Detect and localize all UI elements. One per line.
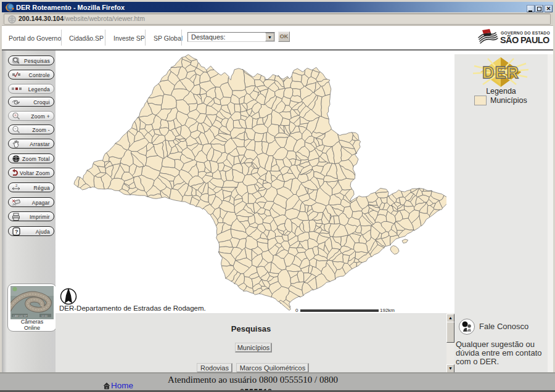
svg-text:?: ?	[15, 229, 18, 235]
svg-text:GOVERNO DO ESTADO: GOVERNO DO ESTADO	[501, 31, 550, 35]
svg-text:DER: DER	[482, 63, 519, 82]
svg-text:12:40: 12:40	[41, 314, 48, 317]
svg-text:CAM 042 SP: CAM 042 SP	[13, 314, 27, 317]
svg-text:SÃO PAULO: SÃO PAULO	[500, 35, 549, 45]
svg-text:2: 2	[15, 184, 18, 187]
